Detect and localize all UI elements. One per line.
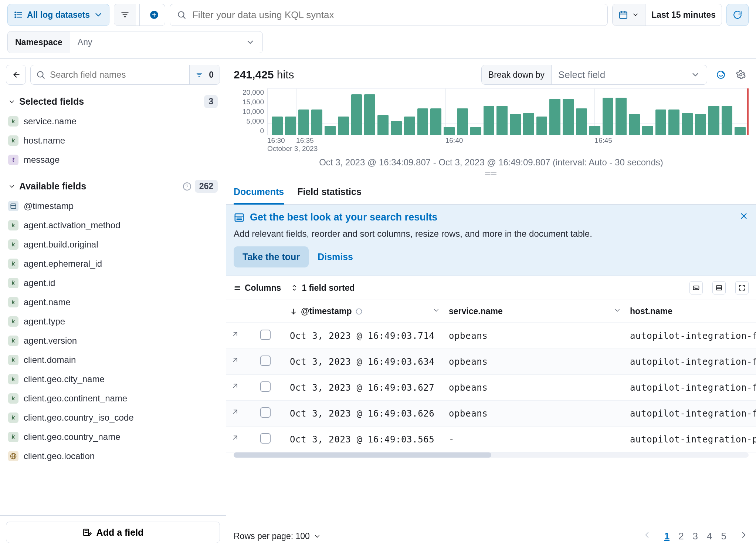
chart-bar[interactable]: [272, 117, 283, 135]
chart-bar[interactable]: [351, 94, 362, 135]
info-icon[interactable]: ?: [183, 182, 191, 191]
fullscreen-button[interactable]: [735, 281, 749, 294]
expand-row-button[interactable]: [231, 408, 238, 418]
table-row[interactable]: Oct 3, 2023 @ 16:49:03.626 opbeans autop…: [226, 401, 756, 427]
chart-bar[interactable]: [496, 106, 508, 135]
available-fields-header[interactable]: Available fields ? 262: [6, 175, 220, 197]
tab-documents[interactable]: Documents: [234, 181, 284, 205]
chart-bar[interactable]: [722, 106, 733, 135]
chart-bar[interactable]: [457, 108, 468, 135]
column-menu-button[interactable]: [614, 306, 621, 316]
chart-bar[interactable]: [417, 108, 428, 135]
histogram-chart[interactable]: 20,000 15,000 10,000 5,000 0: [226, 88, 756, 181]
field-item[interactable]: kagent.name: [6, 293, 220, 311]
chart-plot[interactable]: 16:30 16:35 16:40 16:45 October 3, 2023: [267, 88, 749, 144]
expand-row-button[interactable]: [231, 331, 238, 340]
field-item[interactable]: kagent.type: [6, 313, 220, 330]
columns-button[interactable]: Columns: [234, 283, 281, 293]
tab-field-statistics[interactable]: Field statistics: [297, 181, 362, 205]
row-checkbox[interactable]: [260, 330, 271, 340]
chart-bar[interactable]: [536, 117, 547, 135]
keyboard-shortcuts-button[interactable]: [689, 281, 703, 294]
kql-input[interactable]: [191, 9, 601, 21]
chart-bar[interactable]: [589, 126, 600, 135]
table-row[interactable]: Oct 3, 2023 @ 16:49:03.627 opbeans autop…: [226, 375, 756, 401]
chart-bar[interactable]: [642, 126, 653, 135]
dataset-selector[interactable]: All log datasets: [7, 4, 109, 26]
chart-resize-handle[interactable]: ══: [234, 169, 749, 178]
time-picker-label-wrap[interactable]: Last 15 minutes: [645, 4, 722, 26]
field-item[interactable]: kagent.version: [6, 332, 220, 350]
chart-bar[interactable]: [430, 108, 441, 135]
field-item[interactable]: kagent.build.original: [6, 236, 220, 253]
chart-bar[interactable]: [695, 114, 706, 135]
field-item[interactable]: kclient.geo.continent_name: [6, 390, 220, 407]
chart-bar[interactable]: [549, 99, 560, 135]
page-number-button[interactable]: 2: [678, 531, 684, 542]
breakdown-value-wrap[interactable]: Select field: [552, 65, 707, 84]
table-row[interactable]: Oct 3, 2023 @ 16:49:03.714 opbeans autop…: [226, 323, 756, 349]
refresh-button[interactable]: [726, 4, 749, 26]
chart-bar[interactable]: [298, 110, 309, 135]
chart-bar[interactable]: [523, 113, 534, 135]
row-checkbox[interactable]: [260, 433, 271, 444]
chart-bar[interactable]: [311, 110, 322, 135]
chart-bar[interactable]: [616, 98, 627, 135]
namespace-value-wrap[interactable]: Any: [70, 31, 262, 53]
column-header-timestamp[interactable]: @timestamp: [285, 306, 444, 316]
field-item[interactable]: @timestamp: [6, 197, 220, 215]
chart-bar[interactable]: [444, 127, 455, 135]
chart-bar[interactable]: [708, 106, 719, 135]
page-number-button[interactable]: 5: [721, 531, 726, 542]
field-item[interactable]: kclient.geo.country_name: [6, 428, 220, 446]
table-horizontal-scrollbar[interactable]: [234, 452, 749, 458]
collapse-sidebar-button[interactable]: [6, 65, 26, 85]
chart-bar[interactable]: [629, 114, 640, 135]
field-item[interactable]: kagent.ephemeral_id: [6, 255, 220, 273]
field-item[interactable]: kclient.geo.country_iso_code: [6, 409, 220, 427]
dismiss-button[interactable]: Dismiss: [318, 252, 353, 262]
take-tour-button[interactable]: Take the tour: [234, 246, 309, 267]
table-row[interactable]: Oct 3, 2023 @ 16:49:03.565 - autopilot-i…: [226, 427, 756, 452]
chart-bar[interactable]: [668, 110, 679, 135]
page-prev-button[interactable]: [642, 530, 652, 542]
column-menu-button[interactable]: [433, 306, 440, 316]
expand-row-button[interactable]: [231, 434, 238, 444]
row-checkbox[interactable]: [260, 407, 271, 418]
column-header-host[interactable]: host.name: [626, 306, 756, 316]
field-item[interactable]: kagent.activation_method: [6, 216, 220, 234]
page-number-button[interactable]: 1: [664, 531, 669, 542]
table-row[interactable]: Oct 3, 2023 @ 16:49:03.634 opbeans autop…: [226, 349, 756, 375]
page-number-button[interactable]: 3: [693, 531, 698, 542]
chart-bar[interactable]: [510, 114, 521, 135]
chart-bar[interactable]: [655, 110, 667, 135]
chart-bar[interactable]: [338, 117, 349, 135]
chart-bar[interactable]: [484, 106, 495, 135]
chart-bar[interactable]: [682, 113, 693, 135]
callout-close-button[interactable]: [739, 211, 749, 223]
chart-bar[interactable]: [404, 117, 415, 135]
kql-search[interactable]: [170, 4, 608, 26]
selected-fields-header[interactable]: Selected fields 3: [6, 91, 220, 112]
field-search[interactable]: 0: [30, 65, 220, 85]
page-next-button[interactable]: [739, 530, 749, 542]
row-checkbox[interactable]: [260, 356, 271, 366]
expand-row-button[interactable]: [231, 383, 238, 392]
chart-bar[interactable]: [391, 121, 402, 135]
sort-button[interactable]: 1 field sorted: [291, 283, 355, 293]
chart-bar[interactable]: [576, 108, 587, 135]
field-item[interactable]: client.geo.location: [6, 447, 220, 465]
field-filter-button[interactable]: 0: [189, 65, 220, 85]
edit-visualization-button[interactable]: [713, 67, 729, 82]
chart-bar[interactable]: [325, 126, 336, 135]
rows-per-page-button[interactable]: Rows per page: 100: [234, 531, 321, 541]
field-item[interactable]: khost.name: [6, 132, 220, 149]
chart-bar[interactable]: [285, 117, 296, 135]
chart-bar[interactable]: [563, 99, 574, 135]
page-number-button[interactable]: 4: [707, 531, 712, 542]
time-picker[interactable]: Last 15 minutes: [612, 4, 722, 26]
column-header-service[interactable]: service.name: [444, 306, 626, 316]
expand-row-button[interactable]: [231, 357, 238, 366]
field-item[interactable]: kagent.id: [6, 274, 220, 292]
namespace-select[interactable]: Namespace Any: [7, 31, 263, 53]
